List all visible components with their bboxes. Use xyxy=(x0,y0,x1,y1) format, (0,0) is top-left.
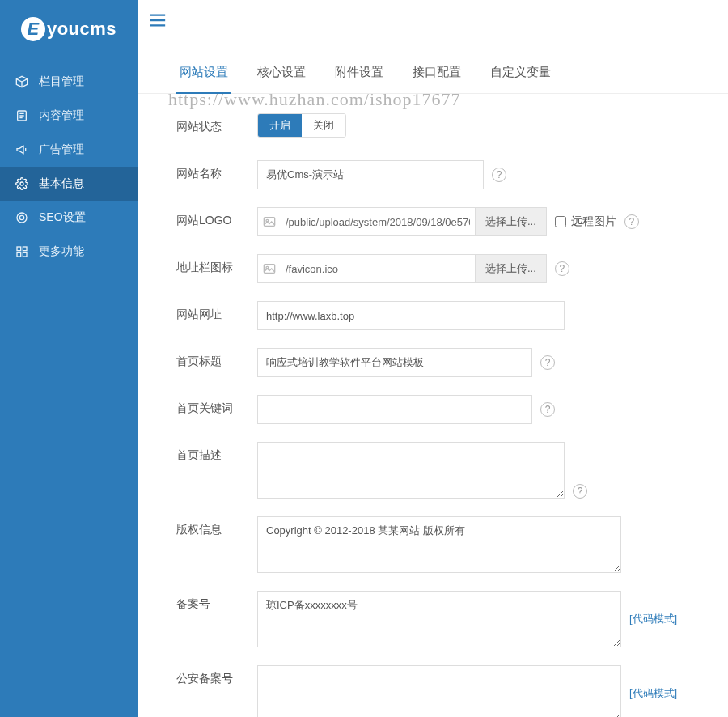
image-icon xyxy=(258,263,281,274)
sidebar-item-columns[interactable]: 栏目管理 xyxy=(0,65,138,99)
svg-rect-10 xyxy=(264,265,274,274)
sidebar-item-content[interactable]: 内容管理 xyxy=(0,99,138,133)
favicon-path-input[interactable] xyxy=(281,255,475,282)
police-textarea[interactable] xyxy=(257,665,621,717)
sidebar-item-label: 基本信息 xyxy=(39,176,84,191)
settings-tabs: 网站设置 核心设置 附件设置 接口配置 自定义变量 xyxy=(138,49,728,94)
megaphone-icon xyxy=(15,142,29,157)
target-icon xyxy=(15,210,29,225)
menu-toggle-icon[interactable] xyxy=(149,13,167,28)
url-input[interactable] xyxy=(257,301,565,330)
gear-icon xyxy=(15,176,29,191)
title-label: 首页标题 xyxy=(176,348,257,369)
status-segment: 开启 关闭 xyxy=(257,113,346,138)
svg-rect-7 xyxy=(23,252,27,257)
desc-label: 首页描述 xyxy=(176,442,257,463)
topbar xyxy=(138,0,728,40)
svg-rect-5 xyxy=(23,247,27,251)
logo-label: 网站LOGO xyxy=(176,207,257,228)
url-label: 网站网址 xyxy=(176,301,257,322)
help-icon[interactable]: ? xyxy=(555,261,569,276)
status-off-button[interactable]: 关闭 xyxy=(302,114,345,137)
tab-core-settings[interactable]: 核心设置 xyxy=(254,57,309,93)
site-name-input[interactable] xyxy=(257,160,484,189)
status-label: 网站状态 xyxy=(176,113,257,134)
document-icon xyxy=(15,108,29,123)
sidebar-item-label: SEO设置 xyxy=(39,210,86,225)
help-icon[interactable]: ? xyxy=(573,484,587,499)
logo-file-combo: 选择上传... xyxy=(257,207,547,236)
copyright-label: 版权信息 xyxy=(176,516,257,537)
brand-name: youcms xyxy=(47,19,116,40)
sidebar-item-label: 更多功能 xyxy=(39,244,84,259)
site-name-label: 网站名称 xyxy=(176,160,257,181)
sidebar-item-basic[interactable]: 基本信息 xyxy=(0,167,138,201)
sidebar-item-label: 栏目管理 xyxy=(39,74,84,89)
keywords-input[interactable] xyxy=(257,395,532,424)
remote-image-label: 远程图片 xyxy=(571,214,616,229)
sidebar-item-ads[interactable]: 广告管理 xyxy=(0,133,138,167)
brand-logo: E youcms xyxy=(0,0,138,58)
desc-textarea[interactable] xyxy=(257,442,565,499)
svg-rect-4 xyxy=(17,247,21,251)
sidebar-item-label: 内容管理 xyxy=(39,108,84,123)
sidebar-item-label: 广告管理 xyxy=(39,142,84,157)
cube-icon xyxy=(15,74,29,89)
help-icon[interactable]: ? xyxy=(492,168,506,182)
code-mode-link[interactable]: [代码模式] xyxy=(629,612,677,626)
content-panel: 网站设置 核心设置 附件设置 接口配置 自定义变量 网站状态 开启 关闭 网站名… xyxy=(138,40,728,717)
logo-path-input[interactable] xyxy=(281,208,475,235)
keywords-label: 首页关键词 xyxy=(176,395,257,416)
help-icon[interactable]: ? xyxy=(624,214,639,229)
icp-textarea[interactable] xyxy=(257,591,621,647)
remote-image-checkbox[interactable] xyxy=(555,216,566,227)
tab-custom-vars[interactable]: 自定义变量 xyxy=(487,57,554,93)
code-mode-link[interactable]: [代码模式] xyxy=(629,686,677,701)
settings-form: 网站状态 开启 关闭 网站名称 ? 网站LOGO xyxy=(138,94,728,717)
sidebar: E youcms 栏目管理 内容管理 广告管理 基本信息 xyxy=(0,0,138,717)
status-on-button[interactable]: 开启 xyxy=(258,114,302,137)
brand-mark: E xyxy=(21,17,45,41)
image-icon xyxy=(258,216,281,227)
tab-site-settings[interactable]: 网站设置 xyxy=(176,57,231,93)
icp-label: 备案号 xyxy=(176,591,257,612)
svg-rect-8 xyxy=(264,218,274,227)
logo-upload-button[interactable]: 选择上传... xyxy=(475,208,546,235)
svg-point-3 xyxy=(19,215,23,219)
copyright-textarea[interactable] xyxy=(257,516,621,573)
police-label: 公安备案号 xyxy=(176,665,257,686)
remote-image-checkbox-wrap[interactable]: 远程图片 xyxy=(555,214,616,229)
help-icon[interactable]: ? xyxy=(540,355,555,370)
svg-rect-6 xyxy=(17,252,21,257)
tab-api-config[interactable]: 接口配置 xyxy=(409,57,464,93)
grid-icon xyxy=(15,244,29,259)
favicon-upload-button[interactable]: 选择上传... xyxy=(475,255,546,282)
help-icon[interactable]: ? xyxy=(540,402,555,417)
sidebar-item-more[interactable]: 更多功能 xyxy=(0,235,138,269)
svg-point-2 xyxy=(17,213,27,223)
sidebar-nav: 栏目管理 内容管理 广告管理 基本信息 SEO设置 xyxy=(0,58,138,269)
title-input[interactable] xyxy=(257,348,532,377)
tab-attachment-settings[interactable]: 附件设置 xyxy=(332,57,387,93)
favicon-label: 地址栏图标 xyxy=(176,254,257,275)
sidebar-item-seo[interactable]: SEO设置 xyxy=(0,201,138,235)
favicon-file-combo: 选择上传... xyxy=(257,254,547,283)
svg-point-1 xyxy=(20,182,23,185)
